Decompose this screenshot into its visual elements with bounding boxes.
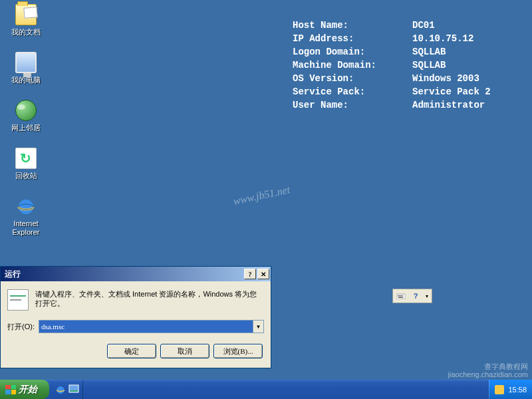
watermark-footer: 查字典教程网 jiaocheng.chazidian.com — [448, 362, 528, 378]
icon-label: 网上邻居 — [3, 124, 49, 132]
sysinfo-value: Administrator — [412, 100, 485, 110]
desktop-icon-recycle-bin[interactable]: 回收站 — [3, 148, 49, 180]
dropdown-button[interactable]: ▼ — [253, 321, 263, 332]
svg-rect-4 — [399, 295, 400, 297]
sysinfo-key: Machine Domain: — [293, 59, 412, 72]
sysinfo-value: SQLLAB — [412, 47, 446, 57]
toolbar-keyboard-button[interactable] — [394, 290, 408, 302]
svg-rect-5 — [400, 295, 402, 297]
run-description: 请键入程序、文件夹、文档或 Internet 资源的名称，Windows 将为您… — [35, 289, 264, 311]
open-input[interactable] — [39, 321, 253, 332]
open-label: 打开(O): — [7, 322, 35, 332]
browse-button[interactable]: 浏览(B)... — [213, 344, 263, 358]
titlebar[interactable]: 运行 ? ✕ — [1, 267, 271, 281]
system-info-overlay: Host Name:DC01 IP Address:10.10.75.12 Lo… — [293, 19, 491, 112]
dialog-title: 运行 — [5, 269, 243, 280]
tray-app-icon[interactable] — [495, 385, 504, 394]
sysinfo-value: Service Pack 2 — [412, 86, 491, 97]
sysinfo-key: OS Version: — [293, 72, 412, 85]
tray-clock[interactable]: 15:58 — [508, 386, 527, 394]
svg-point-8 — [57, 386, 65, 394]
sysinfo-value: 10.10.75.12 — [412, 33, 473, 44]
icon-label: Internet Explorer — [3, 219, 49, 237]
computer-icon — [15, 52, 37, 73]
svg-rect-3 — [398, 295, 399, 297]
desktop-icon-network[interactable]: 网上邻居 — [3, 100, 49, 132]
sysinfo-value: DC01 — [412, 20, 435, 31]
svg-rect-6 — [402, 295, 403, 297]
svg-point-0 — [19, 200, 33, 214]
ok-button[interactable]: 确定 — [107, 344, 156, 358]
icon-label: 回收站 — [3, 172, 49, 180]
recycle-icon — [15, 148, 37, 169]
sysinfo-key: User Name: — [293, 98, 412, 112]
desktop-icon-my-documents[interactable]: 我的文档 — [3, 4, 49, 37]
floating-toolbar: ? ▾ — [392, 289, 432, 303]
desktop: 我的文档 我的电脑 网上邻居 回收站 Internet Explorer Hos… — [0, 0, 532, 380]
cancel-button[interactable]: 取消 — [160, 344, 209, 358]
run-icon — [7, 289, 29, 311]
start-label: 开始 — [19, 384, 37, 396]
desktop-icon-internet-explorer[interactable]: Internet Explorer — [3, 196, 49, 237]
quick-launch-ie[interactable] — [55, 384, 66, 396]
windows-flag-icon — [5, 385, 16, 394]
sysinfo-key: Service Pack: — [293, 85, 412, 98]
folder-icon — [15, 4, 37, 25]
toolbar-help-button[interactable]: ? — [409, 290, 422, 302]
help-button[interactable]: ? — [244, 269, 256, 279]
toolbar-options-button[interactable]: ▾ — [424, 290, 430, 302]
sysinfo-key: IP Address: — [293, 32, 412, 45]
ie-icon — [15, 196, 37, 217]
network-icon — [15, 100, 37, 121]
icon-label: 我的文档 — [3, 28, 49, 37]
sysinfo-value: Windows 2003 — [412, 73, 479, 84]
start-button[interactable]: 开始 — [0, 380, 49, 399]
watermark: www.jb51.net — [232, 184, 291, 207]
svg-rect-7 — [398, 297, 403, 299]
quick-launch — [52, 380, 83, 399]
sysinfo-key: Host Name: — [293, 19, 412, 32]
desktop-icon-my-computer[interactable]: 我的电脑 — [3, 52, 49, 84]
svg-rect-10 — [70, 390, 78, 392]
close-button[interactable]: ✕ — [257, 269, 269, 279]
system-tray: 15:58 — [489, 380, 532, 399]
quick-launch-desktop[interactable] — [68, 384, 80, 396]
sysinfo-value: SQLLAB — [412, 60, 446, 70]
taskbar: 开始 15:58 — [0, 380, 532, 399]
run-dialog: 运行 ? ✕ 请键入程序、文件夹、文档或 Internet 资源的名称，Wind… — [0, 266, 271, 368]
svg-rect-2 — [396, 294, 406, 299]
open-combobox[interactable]: ▼ — [39, 320, 264, 333]
sysinfo-key: Logon Domain: — [293, 45, 412, 59]
